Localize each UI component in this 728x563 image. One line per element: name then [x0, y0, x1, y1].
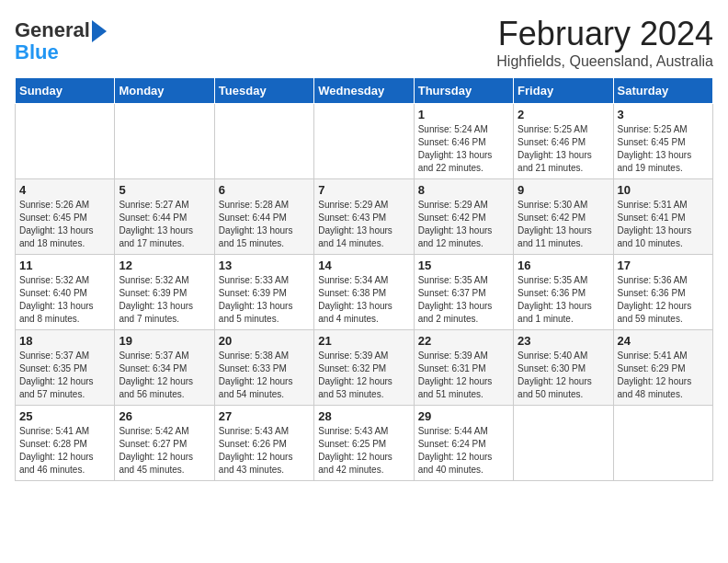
day-number: 15: [418, 259, 509, 272]
calendar-cell: 26Sunrise: 5:42 AM Sunset: 6:27 PM Dayli…: [115, 406, 214, 481]
calendar-cell: [214, 104, 313, 179]
day-number: 7: [318, 183, 409, 197]
calendar-cell: 27Sunrise: 5:43 AM Sunset: 6:26 PM Dayli…: [214, 406, 313, 481]
calendar-cell: [115, 104, 214, 179]
day-number: 26: [119, 409, 210, 423]
day-number: 12: [119, 259, 210, 272]
day-number: 3: [618, 108, 709, 121]
calendar-cell: 25Sunrise: 5:41 AM Sunset: 6:28 PM Dayli…: [16, 406, 115, 481]
day-info: Sunrise: 5:41 AM Sunset: 6:29 PM Dayligh…: [618, 350, 709, 401]
column-header-saturday: Saturday: [613, 78, 712, 104]
calendar-week-row: 18Sunrise: 5:37 AM Sunset: 6:35 PM Dayli…: [16, 330, 713, 406]
calendar-cell: 10Sunrise: 5:31 AM Sunset: 6:41 PM Dayli…: [613, 179, 712, 255]
day-info: Sunrise: 5:33 AM Sunset: 6:39 PM Dayligh…: [219, 274, 310, 326]
day-number: 27: [219, 409, 310, 423]
day-info: Sunrise: 5:35 AM Sunset: 6:36 PM Dayligh…: [518, 274, 609, 326]
calendar-cell: 9Sunrise: 5:30 AM Sunset: 6:42 PM Daylig…: [514, 179, 613, 255]
calendar-cell: 4Sunrise: 5:26 AM Sunset: 6:45 PM Daylig…: [16, 179, 115, 255]
calendar-cell: 5Sunrise: 5:27 AM Sunset: 6:44 PM Daylig…: [115, 179, 214, 255]
calendar-cell: 13Sunrise: 5:33 AM Sunset: 6:39 PM Dayli…: [214, 255, 313, 330]
day-number: 29: [418, 409, 509, 423]
calendar-week-row: 4Sunrise: 5:26 AM Sunset: 6:45 PM Daylig…: [16, 179, 713, 255]
day-info: Sunrise: 5:32 AM Sunset: 6:40 PM Dayligh…: [19, 274, 110, 326]
calendar-cell: 8Sunrise: 5:29 AM Sunset: 6:42 PM Daylig…: [414, 179, 513, 255]
calendar-cell: 11Sunrise: 5:32 AM Sunset: 6:40 PM Dayli…: [16, 255, 115, 330]
calendar-cell: 19Sunrise: 5:37 AM Sunset: 6:34 PM Dayli…: [115, 330, 214, 406]
day-info: Sunrise: 5:39 AM Sunset: 6:31 PM Dayligh…: [418, 350, 509, 401]
column-header-sunday: Sunday: [16, 78, 115, 104]
day-number: 5: [119, 183, 210, 197]
logo-text-line1: General: [15, 20, 90, 40]
day-info: Sunrise: 5:42 AM Sunset: 6:27 PM Dayligh…: [119, 425, 210, 477]
page-subtitle: Highfields, Queensland, Australia: [496, 53, 713, 70]
day-info: Sunrise: 5:44 AM Sunset: 6:24 PM Dayligh…: [418, 425, 509, 477]
column-header-monday: Monday: [115, 78, 214, 104]
column-header-friday: Friday: [514, 78, 613, 104]
logo: General Blue: [15, 18, 107, 63]
day-number: 28: [318, 409, 409, 423]
day-number: 6: [219, 183, 310, 197]
calendar-cell: 17Sunrise: 5:36 AM Sunset: 6:36 PM Dayli…: [613, 255, 712, 330]
day-info: Sunrise: 5:36 AM Sunset: 6:36 PM Dayligh…: [618, 274, 709, 326]
day-number: 24: [618, 334, 709, 348]
calendar-week-row: 1Sunrise: 5:24 AM Sunset: 6:46 PM Daylig…: [16, 104, 713, 179]
calendar-cell: 22Sunrise: 5:39 AM Sunset: 6:31 PM Dayli…: [414, 330, 513, 406]
calendar-table: SundayMondayTuesdayWednesdayThursdayFrid…: [15, 77, 713, 481]
logo-arrow-icon: [92, 20, 107, 42]
day-info: Sunrise: 5:27 AM Sunset: 6:44 PM Dayligh…: [119, 199, 210, 250]
day-info: Sunrise: 5:25 AM Sunset: 6:45 PM Dayligh…: [618, 123, 709, 175]
day-number: 8: [418, 183, 509, 197]
calendar-cell: 23Sunrise: 5:40 AM Sunset: 6:30 PM Dayli…: [514, 330, 613, 406]
calendar-cell: 18Sunrise: 5:37 AM Sunset: 6:35 PM Dayli…: [16, 330, 115, 406]
column-header-wednesday: Wednesday: [314, 78, 414, 104]
column-header-tuesday: Tuesday: [214, 78, 313, 104]
calendar-cell: 12Sunrise: 5:32 AM Sunset: 6:39 PM Dayli…: [115, 255, 214, 330]
day-number: 19: [119, 334, 210, 348]
logo-text-line2: Blue: [15, 42, 59, 63]
day-info: Sunrise: 5:40 AM Sunset: 6:30 PM Dayligh…: [518, 350, 609, 401]
day-info: Sunrise: 5:38 AM Sunset: 6:33 PM Dayligh…: [219, 350, 310, 401]
day-info: Sunrise: 5:37 AM Sunset: 6:34 PM Dayligh…: [119, 350, 210, 401]
day-number: 10: [618, 183, 709, 197]
calendar-cell: 1Sunrise: 5:24 AM Sunset: 6:46 PM Daylig…: [414, 104, 513, 179]
day-number: 16: [518, 259, 609, 272]
day-number: 14: [318, 259, 409, 272]
day-info: Sunrise: 5:43 AM Sunset: 6:25 PM Dayligh…: [318, 425, 409, 477]
day-number: 18: [19, 334, 110, 348]
calendar-cell: 24Sunrise: 5:41 AM Sunset: 6:29 PM Dayli…: [613, 330, 712, 406]
column-header-thursday: Thursday: [414, 78, 513, 104]
day-info: Sunrise: 5:26 AM Sunset: 6:45 PM Dayligh…: [19, 199, 110, 250]
day-number: 23: [518, 334, 609, 348]
calendar-cell: 20Sunrise: 5:38 AM Sunset: 6:33 PM Dayli…: [214, 330, 313, 406]
day-info: Sunrise: 5:25 AM Sunset: 6:46 PM Dayligh…: [518, 123, 609, 175]
day-info: Sunrise: 5:32 AM Sunset: 6:39 PM Dayligh…: [119, 274, 210, 326]
calendar-cell: 29Sunrise: 5:44 AM Sunset: 6:24 PM Dayli…: [414, 406, 513, 481]
day-info: Sunrise: 5:29 AM Sunset: 6:42 PM Dayligh…: [418, 199, 509, 250]
header: General Blue February 2024 Highfields, Q…: [15, 15, 713, 70]
day-number: 21: [318, 334, 409, 348]
calendar-header-row: SundayMondayTuesdayWednesdayThursdayFrid…: [16, 78, 713, 104]
day-info: Sunrise: 5:43 AM Sunset: 6:26 PM Dayligh…: [219, 425, 310, 477]
page-title: February 2024: [496, 15, 713, 53]
calendar-cell: 28Sunrise: 5:43 AM Sunset: 6:25 PM Dayli…: [314, 406, 414, 481]
calendar-cell: [613, 406, 712, 481]
day-info: Sunrise: 5:41 AM Sunset: 6:28 PM Dayligh…: [19, 425, 110, 477]
calendar-cell: 16Sunrise: 5:35 AM Sunset: 6:36 PM Dayli…: [514, 255, 613, 330]
day-info: Sunrise: 5:35 AM Sunset: 6:37 PM Dayligh…: [418, 274, 509, 326]
day-info: Sunrise: 5:24 AM Sunset: 6:46 PM Dayligh…: [418, 123, 509, 175]
day-number: 9: [518, 183, 609, 197]
day-number: 11: [19, 259, 110, 272]
day-number: 4: [19, 183, 110, 197]
calendar-cell: 6Sunrise: 5:28 AM Sunset: 6:44 PM Daylig…: [214, 179, 313, 255]
day-number: 13: [219, 259, 310, 272]
day-info: Sunrise: 5:34 AM Sunset: 6:38 PM Dayligh…: [318, 274, 409, 326]
calendar-week-row: 25Sunrise: 5:41 AM Sunset: 6:28 PM Dayli…: [16, 406, 713, 481]
calendar-cell: [16, 104, 115, 179]
day-number: 1: [418, 108, 509, 121]
day-info: Sunrise: 5:37 AM Sunset: 6:35 PM Dayligh…: [19, 350, 110, 401]
calendar-cell: [314, 104, 414, 179]
day-info: Sunrise: 5:39 AM Sunset: 6:32 PM Dayligh…: [318, 350, 409, 401]
calendar-week-row: 11Sunrise: 5:32 AM Sunset: 6:40 PM Dayli…: [16, 255, 713, 330]
day-number: 17: [618, 259, 709, 272]
calendar-cell: 2Sunrise: 5:25 AM Sunset: 6:46 PM Daylig…: [514, 104, 613, 179]
